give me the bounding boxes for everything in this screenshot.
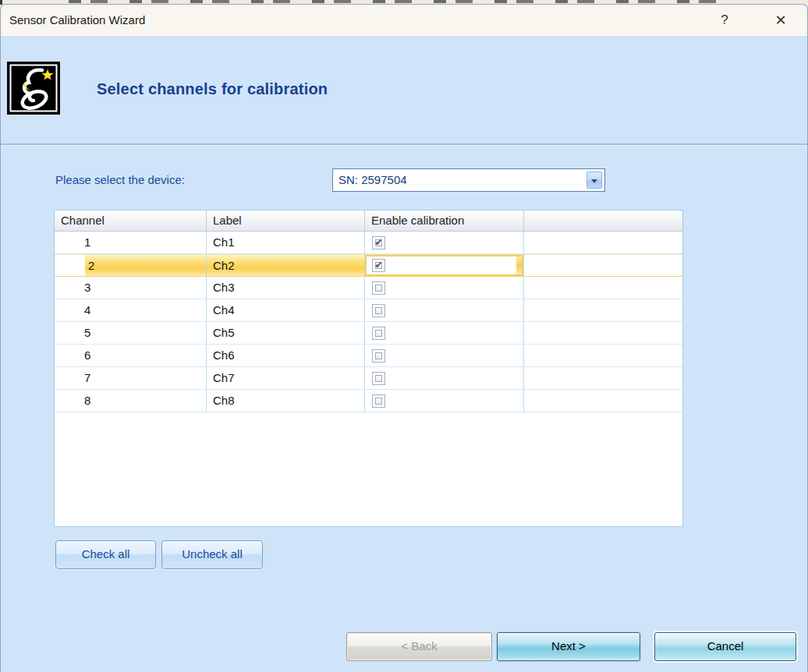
dropdown-button[interactable]: [587, 172, 602, 189]
enable-cell[interactable]: [365, 299, 524, 321]
back-button[interactable]: < Back: [346, 632, 492, 661]
sensor-calibration-wizard-dialog: Sensor Calibration Wizard ? ✕ Select cha…: [0, 4, 808, 672]
empty-cell: [524, 277, 682, 299]
column-header-empty: [524, 210, 682, 231]
header-separator: [1, 143, 807, 145]
step-title: Select channels for calibration: [97, 80, 328, 98]
next-button[interactable]: Next >: [497, 632, 640, 661]
empty-cell: [524, 390, 682, 412]
calibration-checkbox[interactable]: [372, 236, 385, 249]
app-logo-icon: [7, 62, 60, 115]
table-header-row: Channel Label Enable calibration: [55, 210, 682, 232]
cancel-button[interactable]: Cancel: [654, 632, 796, 661]
column-header-enable-calibration[interactable]: Enable calibration: [365, 210, 524, 231]
label-cell[interactable]: Ch5: [207, 322, 365, 344]
column-header-label[interactable]: Label: [207, 210, 365, 231]
calibration-checkbox[interactable]: [372, 281, 385, 295]
uncheck-all-button[interactable]: Uncheck all: [161, 540, 263, 569]
channel-cell[interactable]: 5: [55, 322, 207, 344]
calibration-checkbox[interactable]: [372, 259, 385, 272]
table-row[interactable]: 2 Ch2: [55, 254, 682, 277]
wizard-header: Select channels for calibration: [1, 36, 807, 143]
table-row[interactable]: 5 Ch5: [55, 322, 682, 345]
channel-cell[interactable]: 4: [55, 299, 207, 321]
enable-cell[interactable]: [365, 367, 524, 389]
enable-cell[interactable]: [365, 322, 524, 344]
empty-cell: [524, 367, 682, 389]
label-cell[interactable]: Ch7: [207, 367, 365, 389]
selected-device-value: SN: 2597504: [338, 169, 407, 191]
title-bar[interactable]: Sensor Calibration Wizard ? ✕: [1, 5, 807, 36]
channel-cell[interactable]: 8: [55, 390, 207, 412]
table-row[interactable]: 4 Ch4: [55, 299, 682, 322]
channel-cell[interactable]: 3: [55, 277, 207, 299]
label-cell[interactable]: Ch3: [207, 277, 365, 299]
empty-cell: [524, 232, 682, 253]
help-icon: ?: [721, 12, 728, 27]
calibration-checkbox[interactable]: [372, 327, 385, 340]
close-button[interactable]: ✕: [768, 9, 793, 32]
label-cell[interactable]: Ch4: [207, 299, 365, 321]
table-row[interactable]: 8 Ch8: [55, 390, 682, 412]
channel-cell[interactable]: 7: [55, 367, 207, 389]
check-all-button[interactable]: Check all: [55, 540, 156, 569]
empty-cell: [524, 299, 682, 321]
table-row[interactable]: 7 Ch7: [55, 367, 682, 390]
label-cell[interactable]: Ch1: [207, 232, 365, 253]
enable-cell[interactable]: [365, 232, 524, 253]
label-cell[interactable]: Ch8: [207, 390, 365, 412]
label-cell[interactable]: Ch6: [207, 345, 365, 366]
help-button[interactable]: ?: [712, 9, 737, 32]
label-cell[interactable]: Ch2: [207, 255, 365, 276]
calibration-checkbox[interactable]: [372, 394, 385, 408]
enable-cell[interactable]: [365, 390, 524, 412]
empty-cell: [524, 345, 682, 366]
close-icon: ✕: [774, 12, 786, 28]
channel-cell[interactable]: 1: [55, 232, 207, 253]
column-header-channel[interactable]: Channel: [55, 210, 207, 231]
device-select-label: Please select the device:: [55, 168, 185, 192]
background-window-remnant-text: [69, 0, 724, 3]
channel-cell[interactable]: 2: [55, 255, 207, 276]
enable-cell[interactable]: [365, 277, 524, 299]
table-row[interactable]: 6 Ch6: [55, 345, 682, 367]
channels-table: Channel Label Enable calibration 1 Ch1 2…: [54, 210, 683, 527]
device-select-dropdown[interactable]: SN: 2597504: [332, 168, 605, 192]
table-row[interactable]: 3 Ch3: [55, 277, 682, 299]
enable-cell[interactable]: [365, 255, 524, 276]
table-row[interactable]: 1 Ch1: [55, 232, 682, 254]
empty-cell: [524, 322, 682, 344]
channel-cell[interactable]: 6: [55, 345, 207, 366]
window-title: Sensor Calibration Wizard: [9, 5, 145, 36]
calibration-checkbox[interactable]: [372, 304, 385, 317]
calibration-checkbox[interactable]: [372, 372, 385, 385]
empty-cell: [524, 255, 682, 276]
enable-cell[interactable]: [365, 345, 524, 366]
chevron-down-icon: [591, 179, 597, 183]
calibration-checkbox[interactable]: [372, 349, 385, 363]
